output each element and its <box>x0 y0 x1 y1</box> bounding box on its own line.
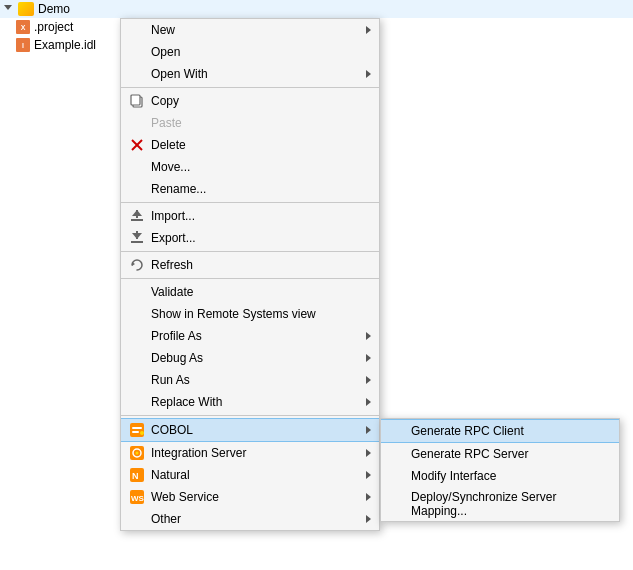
menu-item-new[interactable]: New <box>121 19 379 41</box>
replace-icon <box>129 394 145 410</box>
menu-item-move[interactable]: Move... <box>121 156 379 178</box>
menu-item-web-service[interactable]: WS Web Service <box>121 486 379 508</box>
menu-item-open-with[interactable]: Open With <box>121 63 379 85</box>
arrow-icon-run <box>366 376 371 384</box>
menu-label-other: Other <box>151 512 360 526</box>
separator-3 <box>121 251 379 252</box>
svg-rect-1 <box>131 95 140 105</box>
svg-point-14 <box>140 431 144 435</box>
arrow-icon-integration <box>366 449 371 457</box>
menu-label-web-service: Web Service <box>151 490 360 504</box>
menu-label-refresh: Refresh <box>151 258 371 272</box>
tree-label-example: Example.idl <box>34 38 96 52</box>
submenu-label-generate-rpc-server: Generate RPC Server <box>411 447 611 461</box>
natural-icon: N <box>129 467 145 483</box>
menu-item-import[interactable]: Import... <box>121 205 379 227</box>
menu-item-remote[interactable]: Show in Remote Systems view <box>121 303 379 325</box>
separator-5 <box>121 415 379 416</box>
separator-1 <box>121 87 379 88</box>
submenu-cobol: Generate RPC Client Generate RPC Server … <box>380 418 620 522</box>
menu-label-debug-as: Debug As <box>151 351 360 365</box>
rpc-client-icon <box>389 423 405 439</box>
menu-label-copy: Copy <box>151 94 371 108</box>
separator-2 <box>121 202 379 203</box>
separator-4 <box>121 278 379 279</box>
modify-icon <box>389 468 405 484</box>
menu-item-copy[interactable]: Copy <box>121 90 379 112</box>
menu-label-run-as: Run As <box>151 373 360 387</box>
menu-item-other[interactable]: Other <box>121 508 379 530</box>
svg-text:WS: WS <box>131 494 145 503</box>
other-icon <box>129 511 145 527</box>
move-icon <box>129 159 145 175</box>
new-icon <box>129 22 145 38</box>
menu-item-delete[interactable]: Delete <box>121 134 379 156</box>
menu-label-validate: Validate <box>151 285 371 299</box>
open-with-icon <box>129 66 145 82</box>
menu-label-import: Import... <box>151 209 371 223</box>
menu-item-validate[interactable]: Validate <box>121 281 379 303</box>
menu-label-delete: Delete <box>151 138 371 152</box>
rename-icon <box>129 181 145 197</box>
menu-item-run-as[interactable]: Run As <box>121 369 379 391</box>
validate-icon <box>129 284 145 300</box>
tree-panel: Demo X .project I Example.idl New Open O… <box>0 0 633 570</box>
rpc-server-icon <box>389 446 405 462</box>
submenu-label-deploy: Deploy/Synchronize Server Mapping... <box>411 490 611 518</box>
svg-rect-7 <box>131 241 143 243</box>
menu-item-export[interactable]: Export... <box>121 227 379 249</box>
menu-label-integration-server: Integration Server <box>151 446 360 460</box>
arrow-icon-cobol <box>366 426 371 434</box>
remote-icon <box>129 306 145 322</box>
svg-rect-12 <box>132 427 142 429</box>
menu-label-rename: Rename... <box>151 182 371 196</box>
tree-item-demo[interactable]: Demo <box>0 0 633 18</box>
debug-icon <box>129 350 145 366</box>
menu-item-integration-server[interactable]: Integration Server <box>121 442 379 464</box>
profile-icon <box>129 328 145 344</box>
menu-item-open[interactable]: Open <box>121 41 379 63</box>
menu-label-profile-as: Profile As <box>151 329 360 343</box>
cobol-icon <box>129 422 145 438</box>
run-icon <box>129 372 145 388</box>
menu-item-rename[interactable]: Rename... <box>121 178 379 200</box>
export-icon <box>129 230 145 246</box>
arrow-icon-natural <box>366 471 371 479</box>
submenu-label-generate-rpc-client: Generate RPC Client <box>411 424 611 438</box>
copy-icon <box>129 93 145 109</box>
menu-item-profile-as[interactable]: Profile As <box>121 325 379 347</box>
menu-item-paste[interactable]: Paste <box>121 112 379 134</box>
svg-point-17 <box>136 452 139 455</box>
menu-item-natural[interactable]: N Natural <box>121 464 379 486</box>
refresh-icon <box>129 257 145 273</box>
menu-label-replace-with: Replace With <box>151 395 360 409</box>
xml-icon: X <box>16 20 30 34</box>
svg-rect-4 <box>131 219 143 221</box>
menu-item-refresh[interactable]: Refresh <box>121 254 379 276</box>
arrow-icon-debug <box>366 354 371 362</box>
menu-label-cobol: COBOL <box>151 423 360 437</box>
menu-label-remote: Show in Remote Systems view <box>151 307 371 321</box>
menu-label-paste: Paste <box>151 116 371 130</box>
arrow-icon-web-service <box>366 493 371 501</box>
submenu-item-generate-rpc-server[interactable]: Generate RPC Server <box>381 443 619 465</box>
menu-label-natural: Natural <box>151 468 360 482</box>
arrow-icon-new <box>366 26 371 34</box>
menu-label-move: Move... <box>151 160 371 174</box>
menu-item-replace-with[interactable]: Replace With <box>121 391 379 413</box>
submenu-item-deploy[interactable]: Deploy/Synchronize Server Mapping... <box>381 487 619 521</box>
integration-icon <box>129 445 145 461</box>
submenu-item-modify-interface[interactable]: Modify Interface <box>381 465 619 487</box>
menu-item-cobol[interactable]: COBOL Generate RPC Client Generate RPC S… <box>121 418 379 442</box>
submenu-label-modify-interface: Modify Interface <box>411 469 611 483</box>
deploy-icon <box>389 496 405 512</box>
web-service-icon: WS <box>129 489 145 505</box>
arrow-icon-other <box>366 515 371 523</box>
menu-item-debug-as[interactable]: Debug As <box>121 347 379 369</box>
submenu-item-generate-rpc-client[interactable]: Generate RPC Client <box>381 419 619 443</box>
paste-icon <box>129 115 145 131</box>
menu-label-new: New <box>151 23 360 37</box>
menu-label-export: Export... <box>151 231 371 245</box>
idl-icon: I <box>16 38 30 52</box>
svg-text:N: N <box>132 471 139 481</box>
